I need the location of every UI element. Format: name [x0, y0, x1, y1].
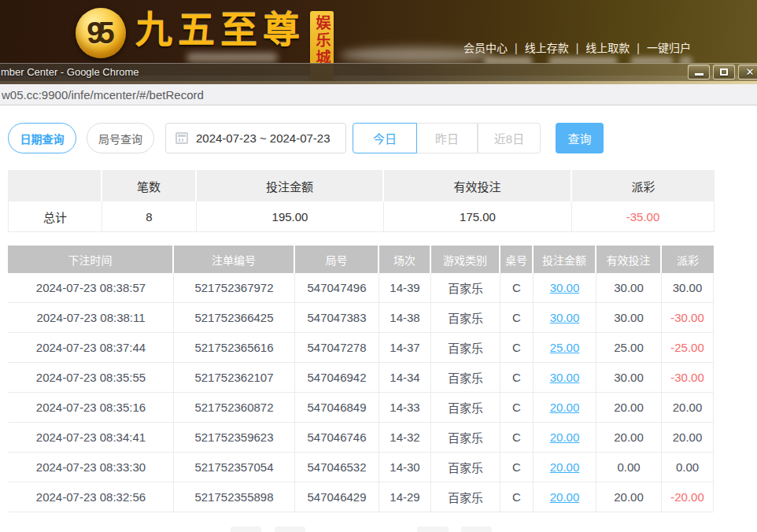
summary-header-blank [8, 170, 102, 201]
valid-bet: 25.00 [596, 333, 662, 363]
game-type: 百家乐 [431, 333, 500, 363]
table-row: 2024-07-23 08:38:57521752367972547047496… [8, 273, 714, 303]
payout: 30.00 [662, 273, 714, 303]
pagination-prev-button[interactable] [275, 526, 305, 532]
summary-count-value: 8 [102, 201, 197, 232]
session: 14-38 [379, 303, 431, 333]
bet-id: 521752360872 [174, 393, 295, 423]
col-header-game-type: 游戏类别 [431, 246, 500, 273]
nav-one-key-transfer[interactable]: 一键归户 [647, 42, 691, 54]
date-query-tab[interactable]: 日期查询 [8, 123, 76, 153]
summary-payout-value: -35.00 [572, 201, 715, 232]
bet-record-page: 日期查询 局号查询 2024-07-23 ~ 2024-07-23 今日 昨日 … [0, 105, 757, 531]
valid-bet: 30.00 [596, 303, 662, 333]
table-no: C [500, 363, 534, 393]
bet-amount-link[interactable]: 20.00 [534, 393, 596, 423]
logo-title: 九五至尊 [135, 11, 305, 48]
bet-id: 521752362107 [174, 363, 295, 393]
close-button[interactable]: ✕ [738, 65, 757, 79]
pagination-next-button[interactable] [417, 526, 449, 532]
round-id: 547047383 [295, 303, 379, 333]
close-icon: ✕ [746, 67, 755, 77]
payout: -30.00 [662, 303, 714, 333]
summary-header-payout: 派彩 [572, 170, 715, 201]
valid-bet: 30.00 [596, 273, 662, 303]
pagination-last-button[interactable] [461, 526, 492, 532]
page-url: w05.cc:9900/infe/mcenter/#/betRecord [0, 88, 204, 102]
search-button[interactable]: 查询 [556, 123, 604, 153]
summary-table: 笔数 投注金额 有效投注 派彩 总计 8 195.00 175.00 -35.0… [8, 170, 715, 232]
col-header-table-no: 桌号 [500, 246, 534, 273]
payout: 20.00 [662, 393, 714, 423]
payout: 0.00 [662, 453, 714, 482]
round-id: 547047278 [295, 333, 379, 363]
address-bar[interactable]: w05.cc:9900/infe/mcenter/#/betRecord [0, 84, 757, 105]
round-id: 547046532 [295, 453, 379, 482]
game-type: 百家乐 [431, 393, 500, 423]
table-row: 2024-07-23 08:32:56521752355898547046429… [8, 482, 714, 512]
col-header-bet-amount: 投注金额 [534, 246, 596, 273]
game-type: 百家乐 [431, 423, 500, 453]
payout: -25.00 [662, 333, 714, 363]
bet-amount-link[interactable]: 30.00 [534, 273, 596, 303]
logo-badge-text: 95 [87, 17, 114, 50]
payout: -30.00 [662, 363, 714, 393]
round-id: 547047496 [295, 273, 379, 303]
session: 14-33 [379, 393, 431, 423]
yesterday-button[interactable]: 昨日 [417, 123, 478, 153]
summary-header-bet-amount: 投注金额 [197, 170, 384, 201]
round-id: 547046746 [295, 423, 379, 453]
round-id: 547046942 [295, 363, 379, 393]
bet-amount-link[interactable]: 20.00 [534, 482, 596, 512]
payout: -20.00 [662, 482, 714, 512]
bet-table-header-row: 下注时间 注单编号 局号 场次 游戏类别 桌号 投注金额 有效投注 派彩 [8, 246, 714, 273]
bet-id: 521752365616 [174, 333, 295, 363]
col-header-round-id: 局号 [295, 246, 379, 273]
nav-online-withdraw[interactable]: 线上取款 [585, 42, 630, 54]
table-no: C [500, 423, 534, 453]
bet-record-table: 下注时间 注单编号 局号 场次 游戏类别 桌号 投注金额 有效投注 派彩 202… [8, 246, 714, 512]
pagination-first-button[interactable] [231, 526, 261, 532]
browser-window: mber Center - Google Chrome ✕ w05.cc:990… [0, 63, 757, 532]
bet-amount-link[interactable]: 30.00 [534, 363, 596, 393]
nav-online-deposit[interactable]: 线上存款 [525, 42, 569, 54]
bet-amount-link[interactable]: 20.00 [534, 423, 596, 453]
table-row: 2024-07-23 08:34:41521752359623547046746… [8, 423, 714, 453]
payout: 20.00 [662, 423, 714, 453]
table-no: C [500, 482, 534, 512]
round-query-tab[interactable]: 局号查询 [87, 123, 154, 153]
session: 14-34 [379, 363, 431, 393]
bet-id: 521752366425 [174, 303, 295, 333]
table-row: 2024-07-23 08:35:55521752362107547046942… [8, 363, 714, 393]
round-id: 547046849 [295, 393, 379, 423]
calendar-icon [175, 132, 188, 144]
col-header-bet-time: 下注时间 [8, 246, 174, 273]
date-range-input[interactable]: 2024-07-23 ~ 2024-07-23 [165, 123, 346, 153]
bet-amount-link[interactable]: 30.00 [534, 303, 596, 333]
top-nav: 会员中心|线上存款|线上取款|一键归户 [463, 39, 691, 55]
table-no: C [500, 273, 534, 303]
bet-time: 2024-07-23 08:37:44 [8, 333, 174, 363]
blurred-account-info [186, 53, 278, 62]
bet-amount-link[interactable]: 25.00 [534, 333, 596, 363]
bet-amount-link[interactable]: 20.00 [534, 453, 596, 482]
game-type: 百家乐 [431, 273, 500, 303]
bet-time: 2024-07-23 08:38:11 [8, 303, 174, 333]
minimize-button[interactable] [688, 65, 710, 79]
summary-header-count: 笔数 [102, 170, 197, 201]
col-header-bet-id: 注单编号 [174, 246, 295, 273]
game-type: 百家乐 [431, 363, 500, 393]
summary-bet-amount-value: 195.00 [197, 201, 384, 232]
bet-time: 2024-07-23 08:35:55 [8, 363, 174, 393]
valid-bet: 20.00 [596, 423, 662, 453]
bet-time: 2024-07-23 08:38:57 [8, 273, 174, 303]
today-button[interactable]: 今日 [353, 123, 417, 153]
logo-95-icon: 95 [76, 8, 126, 58]
valid-bet: 20.00 [596, 393, 662, 423]
summary-total-row: 总计 8 195.00 175.00 -35.00 [8, 201, 715, 232]
bet-table-body: 2024-07-23 08:38:57521752367972547047496… [8, 273, 714, 512]
maximize-button[interactable] [713, 65, 735, 79]
last-8-days-button[interactable]: 近8日 [478, 123, 541, 153]
session: 14-32 [379, 423, 431, 453]
valid-bet: 20.00 [596, 482, 662, 512]
